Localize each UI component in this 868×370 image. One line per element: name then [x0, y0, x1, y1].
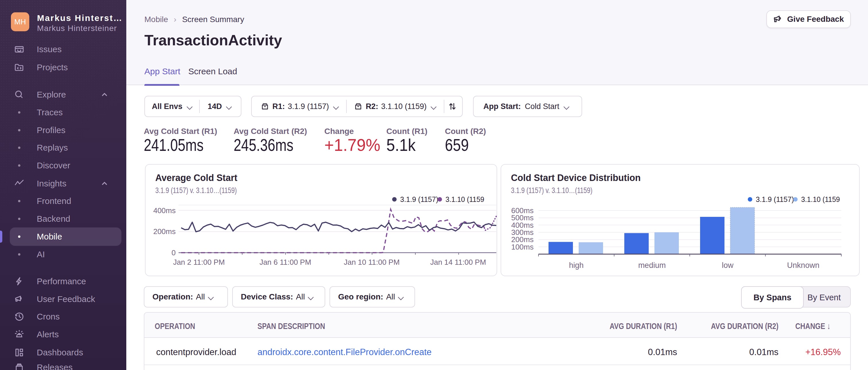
svg-text:3.1.9 (1157) v. 3.1.10…(1159): 3.1.9 (1157) v. 3.1.10…(1159): [511, 186, 592, 195]
svg-text:Average Cold Start: Average Cold Start: [155, 172, 237, 183]
svg-text:400ms: 400ms: [153, 206, 176, 215]
svg-text:3.1.9 (1157) v. 3.1.10…(1159): 3.1.9 (1157) v. 3.1.10…(1159): [155, 186, 237, 195]
svg-text:high: high: [569, 261, 584, 270]
svg-text:Unknown: Unknown: [787, 261, 819, 270]
svg-text:Jan 6 11:00 PM: Jan 6 11:00 PM: [259, 258, 311, 266]
svg-text:medium: medium: [638, 261, 665, 270]
svg-text:low: low: [722, 261, 734, 270]
svg-text:Cold Start Device Distribution: Cold Start Device Distribution: [511, 172, 641, 183]
svg-text:100ms: 100ms: [511, 243, 534, 251]
svg-text:3.1.10 (1159: 3.1.10 (1159: [801, 195, 840, 204]
svg-text:0: 0: [172, 248, 176, 257]
svg-text:Jan 10 11:00 PM: Jan 10 11:00 PM: [344, 258, 400, 266]
svg-text:Jan 14 11:00 PM: Jan 14 11:00 PM: [430, 258, 486, 266]
svg-text:200ms: 200ms: [153, 227, 176, 236]
svg-text:3.1.9 (1157): 3.1.9 (1157): [400, 195, 438, 204]
svg-text:3.1.9 (1157): 3.1.9 (1157): [756, 195, 794, 204]
svg-text:Jan 2 11:00 PM: Jan 2 11:00 PM: [173, 258, 225, 266]
svg-text:3.1.10 (1159: 3.1.10 (1159: [445, 195, 484, 204]
